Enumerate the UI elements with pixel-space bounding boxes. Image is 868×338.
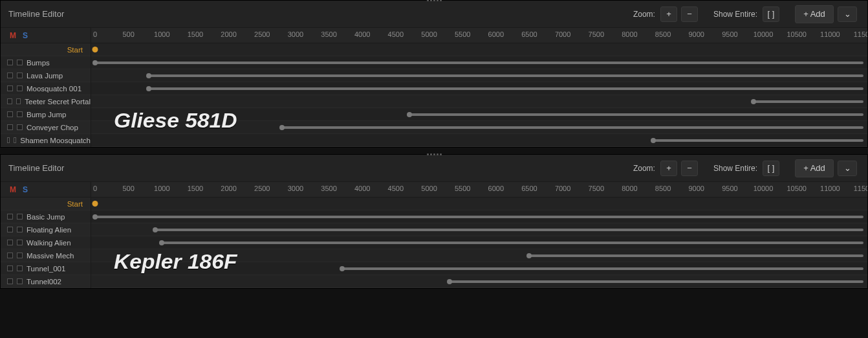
add-button[interactable]: + Add xyxy=(795,159,834,177)
mute-checkbox[interactable] xyxy=(7,137,10,143)
mute-checkbox[interactable] xyxy=(7,73,13,78)
track-row[interactable]: Basic Jump xyxy=(1,210,91,223)
timeline-area[interactable]: 0500100015002000250030003500400045005000… xyxy=(91,28,867,147)
track-lane[interactable] xyxy=(91,95,867,108)
track-lane[interactable] xyxy=(91,210,867,223)
track-lane[interactable] xyxy=(91,134,867,147)
clip-bar[interactable] xyxy=(282,126,863,129)
track-label: Lava Jump xyxy=(27,72,63,80)
track-lane[interactable] xyxy=(91,108,867,121)
solo-checkbox[interactable] xyxy=(17,111,23,117)
clip-bar[interactable] xyxy=(450,280,863,283)
mute-checkbox[interactable] xyxy=(7,85,13,91)
mute-checkbox[interactable] xyxy=(7,214,13,220)
clip-bar[interactable] xyxy=(529,254,863,257)
track-row[interactable]: Massive Mech xyxy=(1,249,91,262)
track-label: Tunnel_001 xyxy=(27,265,65,273)
track-label: Teeter Secret Portal xyxy=(25,98,91,106)
solo-checkbox[interactable] xyxy=(17,60,23,65)
mute-checkbox[interactable] xyxy=(7,111,13,117)
timeline-area[interactable]: 0500100015002000250030003500400045005000… xyxy=(91,182,867,288)
solo-checkbox[interactable] xyxy=(17,265,23,271)
ruler-tick: 1000 xyxy=(154,185,169,192)
track-row[interactable]: Lava Jump xyxy=(1,69,91,82)
clip-bar[interactable] xyxy=(653,139,863,142)
solo-checkbox[interactable] xyxy=(17,278,23,284)
clip-bar[interactable] xyxy=(149,87,863,90)
mute-checkbox[interactable] xyxy=(7,124,13,130)
solo-checkbox[interactable] xyxy=(17,253,23,258)
clip-bar[interactable] xyxy=(95,62,863,64)
timeline-ruler[interactable]: 0500100015002000250030003500400045005000… xyxy=(91,28,867,43)
solo-checkbox[interactable] xyxy=(17,240,23,245)
track-start-row[interactable]: Start xyxy=(1,43,91,56)
track-lane[interactable] xyxy=(91,197,867,210)
add-dropdown-button[interactable]: ⌄ xyxy=(838,161,857,176)
ruler-tick: 9500 xyxy=(722,185,737,192)
track-lane[interactable] xyxy=(91,43,867,56)
panel-drag-handle[interactable] xyxy=(426,0,442,2)
track-lane[interactable] xyxy=(91,249,867,262)
zoom-out-button[interactable]: − xyxy=(681,6,698,22)
track-start-row[interactable]: Start xyxy=(1,197,91,210)
mute-checkbox[interactable] xyxy=(7,227,13,232)
zoom-in-button[interactable]: + xyxy=(660,6,677,22)
track-row[interactable]: Teeter Secret Portal xyxy=(1,95,91,108)
mute-column-header: M xyxy=(10,31,16,40)
solo-checkbox[interactable] xyxy=(17,73,23,78)
solo-checkbox[interactable] xyxy=(16,98,21,104)
show-entire-button[interactable]: [ ] xyxy=(763,6,779,22)
clip-bar[interactable] xyxy=(162,242,863,244)
track-lane[interactable] xyxy=(91,82,867,95)
add-button[interactable]: + Add xyxy=(795,5,834,23)
track-row[interactable]: Walking Alien xyxy=(1,236,91,249)
solo-checkbox[interactable] xyxy=(17,124,23,130)
show-entire-button[interactable]: [ ] xyxy=(763,161,779,176)
track-lane[interactable] xyxy=(91,223,867,236)
ruler-tick: 5000 xyxy=(421,30,437,38)
start-marker[interactable] xyxy=(92,201,98,207)
track-row[interactable]: Shamen Moosquatch xyxy=(1,134,91,147)
ruler-tick: 7000 xyxy=(555,185,570,192)
panel-drag-handle[interactable] xyxy=(426,153,442,156)
clip-bar[interactable] xyxy=(95,216,863,218)
solo-checkbox[interactable] xyxy=(17,227,23,232)
timeline-ruler[interactable]: 0500100015002000250030003500400045005000… xyxy=(91,182,867,197)
mute-checkbox[interactable] xyxy=(7,253,13,258)
ruler-tick: 8000 xyxy=(622,30,637,38)
ruler-tick: 2000 xyxy=(221,30,236,38)
track-label: Walking Alien xyxy=(27,239,71,247)
track-row[interactable]: Bumps xyxy=(1,56,91,69)
clip-bar[interactable] xyxy=(409,113,863,116)
clip-bar[interactable] xyxy=(754,100,863,103)
ruler-tick: 2500 xyxy=(254,185,270,192)
track-lane[interactable] xyxy=(91,56,867,69)
track-lane[interactable] xyxy=(91,262,867,275)
mute-checkbox[interactable] xyxy=(7,60,13,65)
add-dropdown-button[interactable]: ⌄ xyxy=(838,6,857,22)
track-row[interactable]: Bump Jump xyxy=(1,108,91,121)
clip-bar[interactable] xyxy=(155,229,863,231)
mute-checkbox[interactable] xyxy=(7,278,13,284)
clip-bar[interactable] xyxy=(342,267,863,270)
zoom-out-button[interactable]: − xyxy=(681,161,698,176)
start-marker[interactable] xyxy=(92,47,98,52)
mute-checkbox[interactable] xyxy=(7,98,12,104)
track-lane[interactable] xyxy=(91,121,867,134)
track-row[interactable]: Conveyer Chop xyxy=(1,121,91,134)
solo-checkbox[interactable] xyxy=(17,214,23,220)
track-row[interactable]: Tunnel002 xyxy=(1,275,91,288)
track-lane[interactable] xyxy=(91,236,867,249)
track-lane[interactable] xyxy=(91,275,867,288)
track-row[interactable]: Tunnel_001 xyxy=(1,262,91,275)
track-row[interactable]: Moosquatch 001 xyxy=(1,82,91,95)
mute-checkbox[interactable] xyxy=(7,265,13,271)
clip-bar[interactable] xyxy=(149,74,863,77)
track-row[interactable]: Floating Alien xyxy=(1,223,91,236)
track-lane[interactable] xyxy=(91,69,867,82)
solo-checkbox[interactable] xyxy=(17,85,23,91)
track-label: Tunnel002 xyxy=(27,278,61,286)
solo-checkbox[interactable] xyxy=(14,137,16,143)
zoom-in-button[interactable]: + xyxy=(660,161,677,176)
mute-checkbox[interactable] xyxy=(7,240,13,245)
